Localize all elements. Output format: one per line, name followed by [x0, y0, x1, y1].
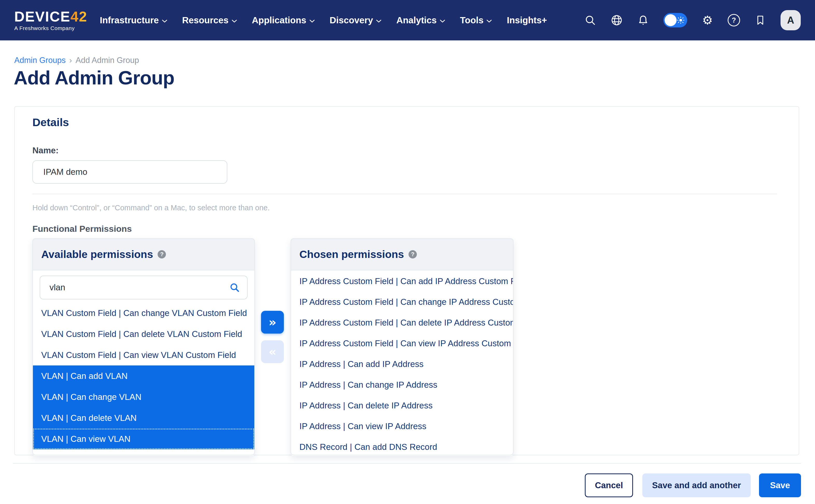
available-permissions-title: Available permissions [41, 248, 153, 261]
permission-option[interactable]: IP Address | Can view IP Address [291, 416, 513, 437]
toggle-knob-icon [665, 14, 677, 26]
multiselect-hint: Hold down “Control”, or “Command” on a M… [32, 204, 270, 212]
permission-option[interactable]: IP Address Custom Field | Can view IP Ad… [291, 333, 513, 354]
logo-subtitle: A Freshworks Company [14, 25, 87, 31]
cancel-button[interactable]: Cancel [585, 473, 633, 497]
chevron-down-icon [486, 19, 492, 23]
nav-menu-label: Tools [460, 15, 484, 25]
page-title: Add Admin Group [14, 67, 174, 89]
nav-menu-label: Analytics [396, 15, 437, 25]
nav-menu-item[interactable]: Applications [252, 15, 315, 25]
search-icon [229, 282, 240, 293]
permission-option[interactable]: VLAN | Can view VLAN [33, 428, 254, 449]
permission-option[interactable]: VLAN | Can add VLAN [33, 365, 254, 386]
permission-option[interactable]: IP Address Custom Field | Can change IP … [291, 292, 513, 312]
permission-option[interactable]: DNS Record | Can add DNS Record [291, 437, 513, 455]
nav-menu-item[interactable]: Infrastructure [100, 15, 167, 25]
device42-logo[interactable]: DEVICE42 A Freshworks Company [14, 10, 87, 31]
theme-toggle[interactable] [663, 13, 687, 27]
chevron-down-icon [376, 19, 381, 23]
bell-icon[interactable] [637, 14, 649, 26]
chevron-down-icon [310, 19, 315, 23]
available-help-icon[interactable]: ? [157, 250, 166, 258]
available-search-wrap [40, 276, 248, 299]
chosen-permissions-header: Chosen permissions ? [291, 238, 513, 270]
footer-divider [13, 463, 801, 464]
logo-text: DEVICE [14, 10, 70, 24]
available-permissions-panel: Available permissions ? VLAN Custom Fiel… [32, 238, 255, 456]
help-icon[interactable]: ? [728, 14, 740, 26]
main-nav: Infrastructure Resources Applications Di… [100, 15, 547, 25]
nav-menu-item[interactable]: Analytics [396, 15, 445, 25]
name-label: Name: [32, 146, 59, 155]
nav-menu-label: Discovery [330, 15, 373, 25]
user-avatar[interactable]: A [781, 10, 801, 30]
available-permissions-list: VLAN Custom Field | Can change VLAN Cust… [33, 303, 254, 449]
nav-menu-label: Applications [252, 15, 306, 25]
move-left-button[interactable]: « [261, 340, 284, 363]
permission-option[interactable]: IP Address | Can change IP Address [291, 375, 513, 395]
permission-option[interactable]: VLAN Custom Field | Can change VLAN Cust… [33, 303, 254, 323]
chosen-permissions-body: IP Address Custom Field | Can add IP Add… [291, 270, 513, 455]
nav-menu-label: Resources [182, 15, 229, 25]
available-permissions-header: Available permissions ? [32, 238, 255, 270]
breadcrumb-admin-groups-link[interactable]: Admin Groups [14, 56, 66, 65]
save-button[interactable]: Save [759, 473, 801, 497]
nav-menu-item[interactable]: Discovery [330, 15, 381, 25]
search-icon[interactable] [584, 14, 596, 26]
permission-option[interactable]: IP Address | Can add IP Address [291, 354, 513, 375]
chosen-permissions-panel: Chosen permissions ? IP Address Custom F… [291, 238, 513, 456]
permission-option[interactable]: VLAN Custom Field | Can delete VLAN Cust… [33, 323, 254, 344]
functional-permissions-label: Functional Permissions [32, 224, 132, 234]
nav-menu-item[interactable]: Tools [460, 15, 492, 25]
section-divider [32, 194, 777, 194]
permission-option[interactable]: VLAN | Can delete VLAN [33, 407, 254, 428]
chosen-permissions-title: Chosen permissions [299, 248, 404, 261]
name-input[interactable] [32, 160, 227, 184]
sun-icon [677, 16, 685, 24]
breadcrumb-current: Add Admin Group [75, 56, 139, 65]
navbar-actions: ⚙ ? A [584, 10, 801, 30]
breadcrumb: Admin Groups › Add Admin Group [14, 56, 139, 65]
permission-option[interactable]: VLAN | Can change VLAN [33, 386, 254, 407]
top-navbar: DEVICE42 A Freshworks Company Infrastruc… [0, 0, 815, 40]
form-card: Details Name: Hold down “Control”, or “C… [14, 106, 799, 455]
chosen-permissions-list: IP Address Custom Field | Can add IP Add… [291, 271, 513, 455]
permission-option[interactable]: IP Address | Can delete IP Address [291, 395, 513, 416]
permission-option[interactable]: IP Address Custom Field | Can add IP Add… [291, 271, 513, 292]
logo-accent: 42 [70, 10, 87, 24]
save-and-add-another-button[interactable]: Save and add another [642, 473, 751, 497]
gear-icon[interactable]: ⚙ [701, 14, 714, 26]
nav-menu-label: Insights+ [507, 15, 547, 25]
bookmark-icon[interactable] [754, 14, 767, 26]
breadcrumb-separator: › [69, 56, 72, 65]
move-right-button[interactable]: » [261, 311, 284, 334]
available-permissions-body: VLAN Custom Field | Can change VLAN Cust… [32, 270, 255, 455]
chevron-down-icon [440, 19, 445, 23]
permission-option[interactable]: VLAN Custom Field | Can view VLAN Custom… [33, 344, 254, 365]
chevron-down-icon [232, 19, 237, 23]
chevron-down-icon [162, 19, 167, 23]
globe-icon[interactable] [610, 14, 623, 26]
nav-menu-item[interactable]: Resources [182, 15, 237, 25]
details-heading: Details [32, 116, 69, 129]
available-permissions-search-input[interactable] [40, 276, 248, 299]
nav-menu-item[interactable]: Insights+ [507, 15, 547, 25]
nav-menu-label: Infrastructure [100, 15, 159, 25]
chosen-help-icon[interactable]: ? [409, 250, 417, 258]
permission-option[interactable]: IP Address Custom Field | Can delete IP … [291, 312, 513, 333]
